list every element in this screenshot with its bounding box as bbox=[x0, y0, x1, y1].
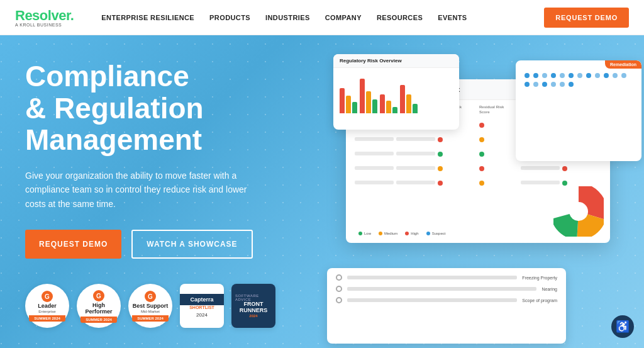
timeline-text-1 bbox=[347, 276, 517, 279]
rem-dot bbox=[613, 73, 618, 78]
accessibility-button[interactable]: ♿ bbox=[611, 315, 634, 338]
legend-high: High bbox=[405, 232, 418, 235]
timeline-label-3: Scope of program bbox=[522, 298, 557, 303]
cell bbox=[396, 152, 435, 155]
logo-area[interactable]: Resolver. A KROLL BUSINESS bbox=[15, 8, 74, 27]
logo-sub: A KROLL BUSINESS bbox=[15, 23, 74, 27]
rem-dot bbox=[551, 82, 556, 87]
cell bbox=[355, 166, 394, 170]
cell-dot bbox=[479, 177, 518, 188]
rem-dot bbox=[586, 73, 591, 78]
navbar: Resolver. A KROLL BUSINESS ENTERPRISE RE… bbox=[0, 0, 644, 35]
remediation-badge: Remediation bbox=[605, 60, 641, 69]
rem-dot bbox=[560, 82, 565, 87]
rem-dot bbox=[604, 73, 609, 78]
rem-dot bbox=[560, 73, 565, 78]
cell bbox=[521, 181, 560, 184]
hero-watch-showcase-button[interactable]: WATCH A SHOWCASE bbox=[131, 230, 252, 259]
legend-label-low: Low bbox=[364, 232, 371, 235]
badges-row: G Leader Enterprise SUMMER 2024 G High P… bbox=[25, 284, 296, 328]
cell-dot bbox=[438, 162, 477, 174]
cell bbox=[396, 137, 435, 141]
timeline-circle-3 bbox=[336, 297, 342, 303]
cell bbox=[355, 181, 394, 184]
nav-enterprise-resilience[interactable]: ENTERPRISE RESILIENCE bbox=[94, 14, 202, 21]
card-overview-header: Regulatory Risk Overview bbox=[333, 54, 459, 68]
hero-section: Compliance & Regulation Management Give … bbox=[0, 35, 644, 348]
hero-heading: Compliance & Regulation Management bbox=[25, 60, 296, 156]
legend-medium: Medium bbox=[379, 232, 397, 235]
legend-label-high: High bbox=[411, 232, 418, 235]
hero-heading-line1: Compliance bbox=[25, 60, 189, 93]
badge-leader: G Leader Enterprise SUMMER 2024 bbox=[25, 284, 69, 328]
legend-dot-high bbox=[405, 232, 409, 235]
svg-point-3 bbox=[571, 204, 586, 219]
bar-chart bbox=[333, 68, 459, 118]
badge-capterra: Capterra SHORTLIST 2024 bbox=[180, 284, 224, 328]
card-remediation: Remediation bbox=[516, 60, 641, 161]
legend-low: Low bbox=[358, 232, 371, 235]
nav-products[interactable]: PRODUCTS bbox=[202, 14, 258, 21]
rem-dot bbox=[533, 82, 538, 87]
timeline-item-1: Freezing Property bbox=[336, 274, 557, 281]
g2-icon-2: G bbox=[93, 290, 104, 301]
rem-dot bbox=[569, 82, 574, 87]
timeline-item-3: Scope of program bbox=[336, 297, 557, 303]
cell bbox=[396, 181, 435, 184]
hero-request-demo-button[interactable]: REQUEST DEMO bbox=[25, 230, 121, 259]
timeline-text-3 bbox=[347, 298, 517, 302]
logo: Resolver. bbox=[15, 8, 74, 24]
hero-buttons: REQUEST DEMO WATCH A SHOWCASE bbox=[25, 230, 296, 259]
sa-title: FRONT RUNNERS bbox=[235, 301, 272, 314]
rem-dot bbox=[569, 73, 574, 78]
legend-dot-medium bbox=[379, 232, 382, 235]
badge-leader-period: SUMMER 2024 bbox=[29, 315, 65, 322]
badge-high-performer-title: High Performer bbox=[80, 303, 117, 315]
badge-software-advice: Software Advice FRONT RUNNERS 2024 bbox=[231, 284, 275, 328]
nav-resources[interactable]: RESOURCES bbox=[369, 14, 430, 21]
dashboard-container: Regulatory Risk Overview bbox=[333, 54, 641, 344]
card-overview: Regulatory Risk Overview bbox=[333, 54, 459, 130]
timeline-label-1: Freezing Property bbox=[522, 276, 557, 280]
capterra-shortlist: SHORTLIST bbox=[189, 305, 214, 310]
badge-best-support-sub: Mid-Market bbox=[141, 310, 160, 314]
rem-dot bbox=[542, 73, 547, 78]
cell-dot bbox=[438, 177, 477, 188]
nav-industries[interactable]: INDUSTRIES bbox=[258, 14, 318, 21]
card-timeline: Freezing Property Nearing Scope of progr… bbox=[327, 268, 566, 344]
capterra-year: 2024 bbox=[196, 312, 208, 318]
rem-dot bbox=[595, 73, 600, 78]
table-row bbox=[355, 162, 601, 174]
timeline-circle-2 bbox=[336, 286, 342, 292]
legend-label-suspect: Suspect bbox=[432, 232, 446, 235]
nav-request-demo-button[interactable]: REQUEST DEMO bbox=[544, 8, 629, 28]
capterra-header: Capterra bbox=[180, 294, 224, 305]
badge-best-support-period: SUMMER 2024 bbox=[132, 315, 169, 322]
col-header-4: Residual RiskScore bbox=[479, 105, 518, 115]
cell-dot bbox=[438, 148, 477, 159]
timeline-text-2 bbox=[347, 287, 536, 291]
rem-dot bbox=[525, 73, 530, 78]
cell bbox=[521, 166, 560, 170]
accessibility-icon: ♿ bbox=[616, 320, 630, 334]
nav-company[interactable]: COMPANY bbox=[318, 14, 369, 21]
legend-dot-suspect bbox=[426, 232, 430, 235]
timeline-item-2: Nearing bbox=[336, 286, 557, 292]
rem-dot bbox=[577, 73, 582, 78]
rem-dot bbox=[551, 73, 556, 78]
badge-leader-sub: Enterprise bbox=[38, 310, 55, 314]
cell-dot bbox=[479, 162, 518, 174]
legend-suspect: Suspect bbox=[426, 232, 446, 235]
legend-row: Low Medium High Suspect bbox=[352, 229, 452, 238]
cell bbox=[396, 166, 435, 170]
cell bbox=[355, 137, 394, 141]
rem-dot bbox=[525, 82, 530, 87]
g2-icon: G bbox=[42, 291, 53, 302]
badge-high-performer-period: SUMMER 2024 bbox=[80, 317, 117, 323]
legend-dot-low bbox=[358, 232, 362, 235]
nav-links: ENTERPRISE RESILIENCE PRODUCTS INDUSTRIE… bbox=[94, 14, 544, 21]
cell bbox=[355, 152, 394, 155]
hero-heading-line3: Management bbox=[25, 123, 202, 156]
hero-left: Compliance & Regulation Management Give … bbox=[25, 60, 296, 328]
nav-events[interactable]: EVENTS bbox=[430, 14, 474, 21]
